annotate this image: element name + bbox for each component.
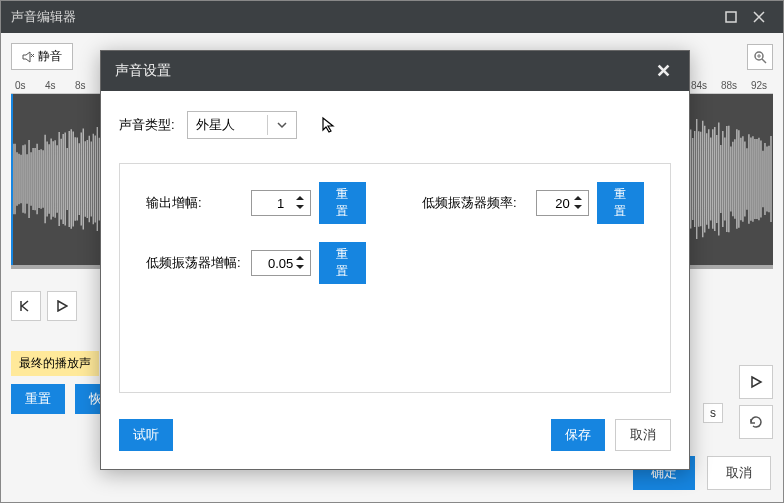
modal-backdrop: 声音设置 ✕ 声音类型: 外星人	[0, 0, 784, 503]
sound-type-label: 声音类型:	[119, 116, 175, 134]
spinner-arrows-icon[interactable]	[295, 193, 307, 213]
output-gain-label: 输出增幅:	[146, 194, 243, 212]
lfo-freq-input[interactable]: 20	[536, 190, 589, 216]
sound-type-value: 外星人	[196, 116, 235, 134]
lfo-gain-reset-button[interactable]: 重置	[319, 242, 366, 284]
dialog-titlebar: 声音设置 ✕	[101, 51, 689, 91]
save-button[interactable]: 保存	[551, 419, 605, 451]
lfo-freq-reset-button[interactable]: 重置	[597, 182, 644, 224]
output-gain-reset-button[interactable]: 重置	[319, 182, 366, 224]
sound-type-select[interactable]: 外星人	[187, 111, 297, 139]
lfo-freq-label: 低频振荡器频率:	[422, 194, 528, 212]
dialog-close-icon[interactable]: ✕	[651, 59, 675, 83]
parameters-panel: 输出增幅: 1 重置 低频振荡器增幅:	[119, 163, 671, 393]
sound-settings-dialog: 声音设置 ✕ 声音类型: 外星人	[100, 50, 690, 470]
spinner-arrows-icon[interactable]	[295, 253, 307, 273]
preview-button[interactable]: 试听	[119, 419, 173, 451]
lfo-gain-label: 低频振荡器增幅:	[146, 254, 243, 272]
dialog-title: 声音设置	[115, 62, 651, 80]
lfo-gain-input[interactable]: 0.05	[251, 250, 311, 276]
modal-cancel-button[interactable]: 取消	[615, 419, 671, 451]
cursor-pointer-icon	[321, 116, 337, 134]
chevron-down-icon	[276, 119, 288, 131]
output-gain-input[interactable]: 1	[251, 190, 311, 216]
spinner-arrows-icon[interactable]	[573, 193, 585, 213]
